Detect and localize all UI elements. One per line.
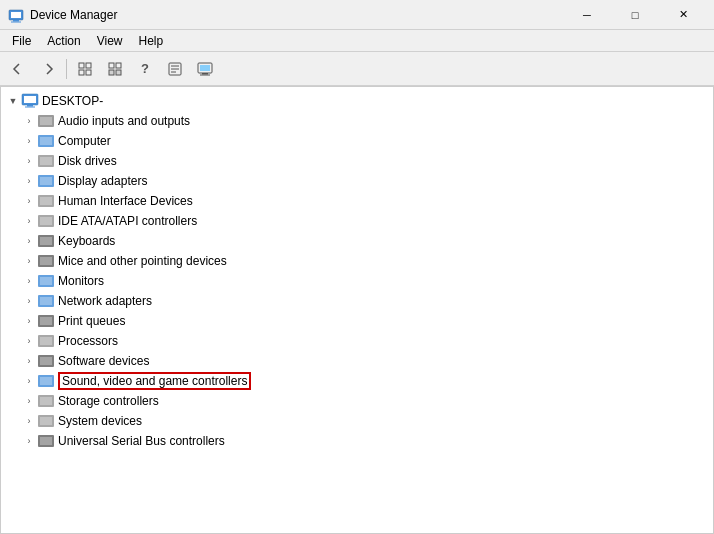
svg-rect-33 xyxy=(40,197,52,205)
item-label: Software devices xyxy=(58,354,149,368)
item-expander[interactable]: › xyxy=(21,233,37,249)
icon-cpu-icon xyxy=(37,333,55,349)
icon-monitor-icon xyxy=(37,133,55,149)
icon-disk-icon xyxy=(37,153,55,169)
menu-bar: File Action View Help xyxy=(0,30,714,52)
toolbar-collapse[interactable] xyxy=(101,56,129,82)
tree-item[interactable]: › Disk drives xyxy=(1,151,713,171)
toolbar-forward[interactable] xyxy=(34,56,62,82)
svg-rect-1 xyxy=(11,12,21,18)
svg-rect-27 xyxy=(40,137,52,145)
item-label: Computer xyxy=(58,134,111,148)
tree-item[interactable]: › Network adapters xyxy=(1,291,713,311)
svg-rect-51 xyxy=(40,377,52,385)
item-expander[interactable]: › xyxy=(21,253,37,269)
menu-help[interactable]: Help xyxy=(131,32,172,50)
item-expander[interactable]: › xyxy=(21,133,37,149)
minimize-button[interactable]: ─ xyxy=(564,0,610,30)
title-bar-text: Device Manager xyxy=(30,8,564,22)
svg-rect-53 xyxy=(40,397,52,405)
svg-rect-39 xyxy=(40,257,52,265)
item-expander[interactable]: › xyxy=(21,213,37,229)
item-expander[interactable]: › xyxy=(21,393,37,409)
svg-rect-37 xyxy=(40,237,52,245)
menu-view[interactable]: View xyxy=(89,32,131,50)
item-expander[interactable]: › xyxy=(21,273,37,289)
toolbar-back[interactable] xyxy=(4,56,32,82)
item-expander[interactable]: › xyxy=(21,353,37,369)
tree-root[interactable]: ▼ DESKTOP- xyxy=(1,91,713,111)
icon-system-icon xyxy=(37,413,55,429)
toolbar-monitor[interactable] xyxy=(191,56,219,82)
svg-rect-8 xyxy=(109,63,114,68)
icon-usb-icon xyxy=(37,433,55,449)
icon-display-icon xyxy=(37,173,55,189)
tree-item[interactable]: › Processors xyxy=(1,331,713,351)
item-label: IDE ATA/ATAPI controllers xyxy=(58,214,197,228)
svg-rect-6 xyxy=(79,70,84,75)
maximize-button[interactable]: □ xyxy=(612,0,658,30)
svg-rect-29 xyxy=(40,157,52,165)
tree-item[interactable]: › Human Interface Devices xyxy=(1,191,713,211)
tree-item[interactable]: › Print queues xyxy=(1,311,713,331)
app-icon xyxy=(8,7,24,23)
item-label: Display adapters xyxy=(58,174,147,188)
root-expander[interactable]: ▼ xyxy=(5,93,21,109)
item-expander[interactable]: › xyxy=(21,153,37,169)
tree-item[interactable]: › Mice and other pointing devices xyxy=(1,251,713,271)
tree-item[interactable]: › Audio inputs and outputs xyxy=(1,111,713,131)
toolbar: ? xyxy=(0,52,714,86)
item-label: Audio inputs and outputs xyxy=(58,114,190,128)
close-button[interactable]: ✕ xyxy=(660,0,706,30)
item-expander[interactable]: › xyxy=(21,433,37,449)
tree-item[interactable]: › IDE ATA/ATAPI controllers xyxy=(1,211,713,231)
icon-mouse-icon xyxy=(37,253,55,269)
item-expander[interactable]: › xyxy=(21,173,37,189)
tree-item[interactable]: › Monitors xyxy=(1,271,713,291)
item-label: Print queues xyxy=(58,314,125,328)
icon-software-icon xyxy=(37,353,55,369)
menu-file[interactable]: File xyxy=(4,32,39,50)
svg-rect-57 xyxy=(40,437,52,445)
item-expander[interactable]: › xyxy=(21,333,37,349)
tree-item[interactable]: › Keyboards xyxy=(1,231,713,251)
menu-action[interactable]: Action xyxy=(39,32,88,50)
svg-rect-3 xyxy=(11,21,21,22)
item-label: Human Interface Devices xyxy=(58,194,193,208)
item-label: Universal Serial Bus controllers xyxy=(58,434,225,448)
item-expander[interactable]: › xyxy=(21,193,37,209)
item-expander[interactable]: › xyxy=(21,413,37,429)
svg-rect-9 xyxy=(116,63,121,68)
svg-rect-43 xyxy=(40,297,52,305)
tree-item[interactable]: › Computer xyxy=(1,131,713,151)
toolbar-help[interactable]: ? xyxy=(131,56,159,82)
tree-item[interactable]: › Storage controllers xyxy=(1,391,713,411)
device-tree: ▼ DESKTOP- › Audio inputs and outputs› C… xyxy=(1,87,713,455)
item-label: Sound, video and game controllers xyxy=(58,372,251,390)
svg-rect-10 xyxy=(109,70,114,75)
toolbar-show-hidden[interactable] xyxy=(71,56,99,82)
tree-items: › Audio inputs and outputs› Computer› Di… xyxy=(1,111,713,451)
svg-rect-7 xyxy=(86,70,91,75)
tree-item[interactable]: › Sound, video and game controllers xyxy=(1,371,713,391)
item-expander[interactable]: › xyxy=(21,313,37,329)
tree-item[interactable]: › Universal Serial Bus controllers xyxy=(1,431,713,451)
main-content[interactable]: ▼ DESKTOP- › Audio inputs and outputs› C… xyxy=(0,86,714,534)
item-expander[interactable]: › xyxy=(21,113,37,129)
svg-rect-49 xyxy=(40,357,52,365)
item-label: Storage controllers xyxy=(58,394,159,408)
tree-item[interactable]: › Software devices xyxy=(1,351,713,371)
tree-item[interactable]: › Display adapters xyxy=(1,171,713,191)
icon-storage-icon xyxy=(37,393,55,409)
item-label: Monitors xyxy=(58,274,104,288)
title-bar: Device Manager ─ □ ✕ xyxy=(0,0,714,30)
svg-rect-22 xyxy=(27,105,33,107)
svg-rect-31 xyxy=(40,177,52,185)
item-expander[interactable]: › xyxy=(21,373,37,389)
svg-rect-41 xyxy=(40,277,52,285)
item-expander[interactable]: › xyxy=(21,293,37,309)
tree-item[interactable]: › System devices xyxy=(1,411,713,431)
icon-keyboard-icon xyxy=(37,233,55,249)
svg-rect-11 xyxy=(116,70,121,75)
toolbar-properties[interactable] xyxy=(161,56,189,82)
